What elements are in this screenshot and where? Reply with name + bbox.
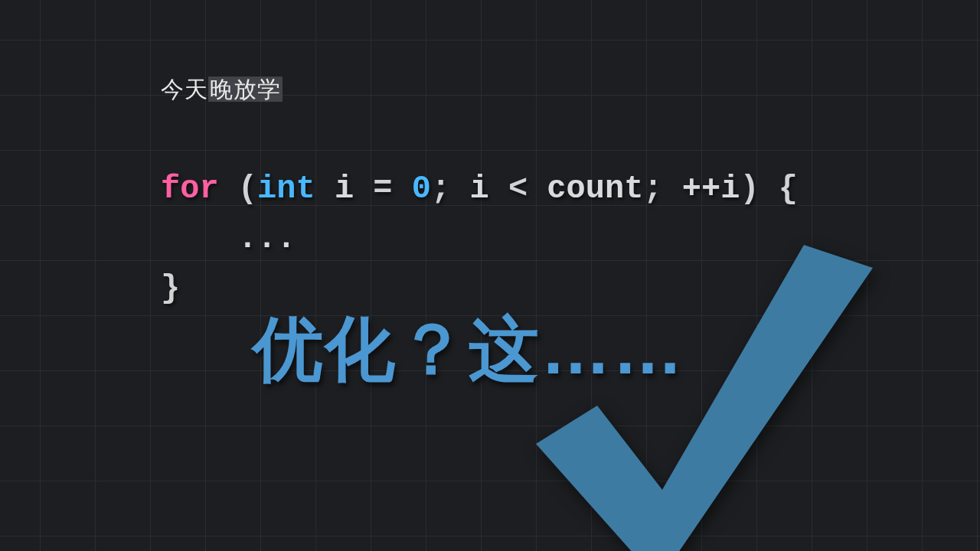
code-paren-open: ( — [238, 171, 257, 207]
code-space — [219, 171, 238, 207]
code-paren-close: ) — [740, 171, 759, 207]
code-type-int: int — [257, 171, 315, 207]
code-var: i — [335, 171, 354, 207]
code-keyword-for: for — [161, 171, 219, 207]
code-space — [663, 171, 682, 207]
code-body: ... — [238, 220, 296, 257]
code-space — [760, 171, 779, 207]
code-space — [393, 171, 412, 207]
code-space — [354, 171, 373, 207]
code-lt: < — [508, 171, 528, 207]
code-brace-close: } — [161, 270, 180, 307]
code-var: count — [547, 171, 643, 207]
code-semi: ; — [643, 171, 662, 207]
code-inc: ++i — [682, 171, 740, 207]
code-space — [450, 171, 469, 207]
code-block: for (int i = 0; i < count; ++i) { ... } — [161, 165, 798, 314]
code-semi: ; — [431, 171, 450, 207]
code-var: i — [469, 171, 488, 207]
caption-plain: 今天 — [161, 77, 208, 102]
code-space — [315, 171, 335, 207]
caption: 今天晚放学 — [161, 77, 283, 102]
code-num: 0 — [412, 171, 431, 207]
code-eq: = — [373, 171, 392, 207]
code-space — [528, 171, 547, 207]
headline: 优化？这…… — [253, 302, 684, 397]
code-brace-open: { — [779, 171, 798, 207]
code-space — [489, 171, 508, 207]
code-indent — [161, 220, 238, 257]
caption-highlight: 晚放学 — [208, 77, 283, 102]
